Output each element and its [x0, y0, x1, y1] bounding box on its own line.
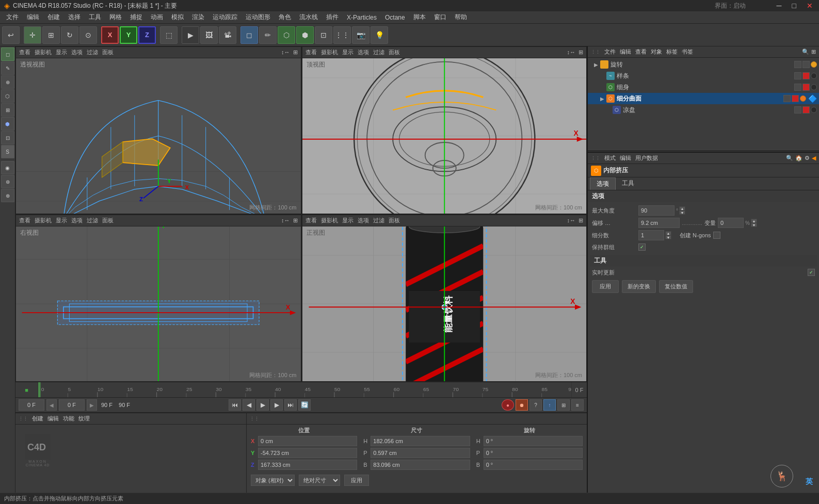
- prop-input-subdiv[interactable]: [638, 230, 664, 240]
- obj-tab-objects[interactable]: 对象: [651, 48, 662, 56]
- mat-tab-create[interactable]: 创建: [32, 415, 43, 422]
- left-tool-select[interactable]: ◻: [1, 47, 14, 61]
- menu-render[interactable]: 渲染: [188, 12, 208, 23]
- coord-h-input[interactable]: [371, 436, 470, 446]
- viewport-top[interactable]: 查看 摄影机 显示 选项 过滤 面板 ↕↔ ⊞ 顶视图: [301, 46, 587, 214]
- props-tab-edit[interactable]: 编辑: [620, 154, 631, 162]
- reset-values-btn[interactable]: 复位数值: [659, 280, 693, 293]
- frame-up[interactable]: ▶: [87, 399, 97, 411]
- vp-right-filter[interactable]: 过滤: [87, 217, 98, 224]
- prop-dn-maxangle[interactable]: ▼: [679, 210, 685, 215]
- render-anim-btn[interactable]: 📽: [219, 26, 236, 44]
- obj-row-subdiv[interactable]: ▶ ⬡ 细分曲面 🔷: [588, 93, 819, 104]
- menu-pipeline[interactable]: 流水线: [295, 12, 322, 23]
- vp-perspective-display[interactable]: 显示: [56, 48, 67, 56]
- coord-x-input[interactable]: [258, 436, 357, 446]
- vp-perspective-look[interactable]: 查看: [19, 48, 30, 56]
- vp-front-filter[interactable]: 过滤: [373, 217, 384, 224]
- mat-tab-texture[interactable]: 纹理: [78, 415, 90, 422]
- loop-btn[interactable]: 🔄: [298, 399, 311, 411]
- props-settings[interactable]: ⚙: [805, 155, 810, 161]
- obj-tab-tags[interactable]: 标签: [666, 48, 678, 56]
- current-frame-input[interactable]: [19, 399, 44, 411]
- vp-front-move[interactable]: ↕↔: [567, 217, 576, 224]
- apply-btn[interactable]: 应用: [592, 280, 619, 293]
- step-forward-btn[interactable]: ▶: [270, 399, 283, 411]
- obj-ctrl-2[interactable]: [802, 61, 810, 68]
- vp-right-options[interactable]: 选项: [71, 217, 83, 224]
- obj-ctrl-spline-1[interactable]: [794, 72, 801, 79]
- left-tool-draw[interactable]: ✎: [1, 61, 14, 75]
- props-tab-mode[interactable]: 模式: [604, 154, 616, 162]
- coord-units-select[interactable]: 绝对尺寸: [299, 475, 340, 486]
- obj-ctrl-subdiv-2[interactable]: [792, 95, 799, 102]
- new-transform-btn[interactable]: 新的变换: [622, 280, 656, 293]
- vp-top-move[interactable]: ↕↔: [567, 49, 576, 56]
- vp-perspective-filter[interactable]: 过滤: [87, 48, 98, 56]
- axis-z-btn[interactable]: Z: [138, 26, 156, 44]
- menu-help[interactable]: 帮助: [451, 12, 471, 23]
- coord-rp-input[interactable]: [484, 448, 583, 458]
- prop-input-offset[interactable]: [638, 218, 680, 228]
- render-active-btn[interactable]: ▶: [182, 26, 199, 44]
- left-tool-10[interactable]: ⊛: [1, 175, 14, 188]
- prop-input-variant[interactable]: [718, 218, 744, 228]
- scale-btn[interactable]: ⊞: [42, 26, 60, 44]
- scale2-btn[interactable]: ⊙: [79, 26, 97, 44]
- vp-top-look[interactable]: 查看: [306, 48, 317, 56]
- light-btn[interactable]: 💡: [371, 26, 388, 44]
- brush-btn[interactable]: ⬡: [278, 26, 295, 44]
- left-tool-4[interactable]: ⬡: [1, 89, 14, 103]
- menu-xparticles[interactable]: X-Particles: [343, 13, 381, 22]
- vp-top-cam[interactable]: 摄影机: [321, 48, 338, 56]
- prop-dn-variant[interactable]: ▼: [751, 223, 757, 227]
- coord-z-input[interactable]: [258, 460, 357, 470]
- menu-select[interactable]: 选择: [64, 12, 85, 23]
- preview-btn[interactable]: ⊞: [557, 399, 570, 411]
- vp-right-panel[interactable]: 面板: [102, 217, 114, 224]
- menu-tools[interactable]: 工具: [85, 12, 105, 23]
- vp-front-look[interactable]: 查看: [306, 217, 317, 224]
- vp-perspective-expand[interactable]: ⊞: [293, 49, 298, 56]
- prop-up-subdiv[interactable]: ▲: [665, 231, 671, 235]
- left-tool-3[interactable]: ⊕: [1, 75, 14, 89]
- left-tool-9[interactable]: ◉: [1, 161, 14, 174]
- record-btn[interactable]: ●: [502, 399, 514, 411]
- obj-ctrl-1[interactable]: [794, 61, 801, 68]
- vp-front-options[interactable]: 选项: [358, 217, 369, 224]
- obj-row-rotation[interactable]: ▶ 旋转: [588, 59, 819, 70]
- axis-x-btn[interactable]: X: [101, 26, 119, 44]
- obj-row-thin[interactable]: ⬡ 细身: [588, 82, 819, 93]
- vp-right-expand[interactable]: ⊞: [293, 217, 298, 224]
- menu-mesh[interactable]: 网格: [105, 12, 126, 23]
- go-end-btn[interactable]: ⏭: [284, 399, 297, 411]
- key-sel-btn[interactable]: ?: [529, 399, 542, 411]
- timeline-btn[interactable]: ≡: [571, 399, 584, 411]
- vp-top-display[interactable]: 显示: [342, 48, 354, 56]
- coord-p-input[interactable]: [371, 448, 470, 458]
- rotate-btn[interactable]: ↻: [61, 26, 78, 44]
- viewport-perspective[interactable]: 查看 摄影机 显示 选项 过滤 面板 ↕↔ ⊞ 透视视图: [15, 46, 301, 214]
- play-btn[interactable]: ▶: [256, 399, 269, 411]
- end-frame-input[interactable]: [59, 399, 85, 411]
- coord-y-input[interactable]: [258, 448, 357, 458]
- menu-character[interactable]: 角色: [275, 12, 295, 23]
- menu-plugins[interactable]: 插件: [322, 12, 343, 23]
- menu-script[interactable]: 脚本: [409, 12, 430, 23]
- menu-motiontracking[interactable]: 运动跟踪: [208, 12, 242, 23]
- move-btn[interactable]: ✛: [24, 26, 41, 44]
- vp-right-move[interactable]: ↕↔: [281, 217, 290, 224]
- frame-down[interactable]: ◀: [46, 399, 57, 411]
- vp-front-display[interactable]: 显示: [342, 217, 354, 224]
- render-pic-btn[interactable]: 🖼: [200, 26, 218, 44]
- props-tab-options[interactable]: 选项: [590, 177, 616, 190]
- cube-btn[interactable]: ◻: [240, 26, 258, 44]
- props-collapse-icon[interactable]: ◀: [812, 155, 816, 161]
- left-tool-7[interactable]: ⊡: [1, 131, 14, 144]
- mat-tab-function[interactable]: 功能: [63, 415, 74, 422]
- vp-top-expand[interactable]: ⊞: [579, 49, 583, 56]
- menu-snap[interactable]: 捕捉: [126, 12, 147, 23]
- obj-ctrl-thin-1[interactable]: [794, 84, 801, 91]
- obj-expand-icon[interactable]: ⊞: [811, 48, 816, 55]
- step-back-btn[interactable]: ◀: [243, 399, 255, 411]
